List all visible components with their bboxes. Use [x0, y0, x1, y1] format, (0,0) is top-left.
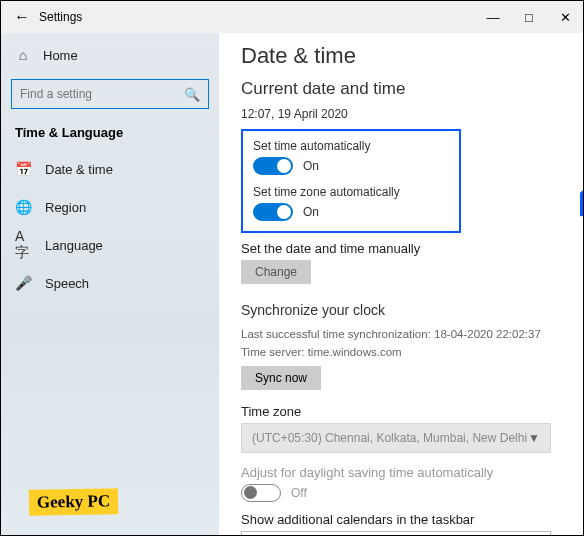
- search-input[interactable]: [20, 87, 184, 101]
- sync-server: Time server: time.windows.com: [241, 344, 561, 360]
- sync-title: Synchronize your clock: [241, 302, 561, 318]
- sync-last: Last successful time synchronization: 18…: [241, 326, 561, 342]
- annotation-arrow: [580, 157, 583, 217]
- calendar-clock-icon: 📅: [15, 161, 33, 177]
- sidebar-category: Time & Language: [1, 119, 219, 146]
- sidebar-item-label: Date & time: [45, 162, 113, 177]
- sync-now-button[interactable]: Sync now: [241, 366, 321, 390]
- sidebar-home-label: Home: [43, 48, 78, 63]
- auto-tz-state: On: [303, 205, 319, 219]
- close-button[interactable]: ✕: [547, 1, 583, 33]
- branding-text: Geeky PC: [29, 488, 119, 516]
- page-title: Date & time: [241, 43, 561, 69]
- auto-time-state: On: [303, 159, 319, 173]
- branding-logo: Geeky PC: [29, 489, 118, 515]
- change-button[interactable]: Change: [241, 260, 311, 284]
- dst-toggle: [241, 484, 281, 502]
- sidebar-home[interactable]: ⌂ Home: [1, 37, 219, 73]
- maximize-button[interactable]: □: [511, 1, 547, 33]
- microphone-icon: 🎤: [15, 275, 33, 291]
- sidebar-item-label: Language: [45, 238, 103, 253]
- sidebar-item-language[interactable]: A字 Language: [1, 226, 219, 264]
- sidebar-item-date-time[interactable]: 📅 Date & time: [1, 150, 219, 188]
- language-icon: A字: [15, 228, 33, 262]
- dst-state: Off: [291, 486, 307, 500]
- section-current-datetime: Current date and time: [241, 79, 561, 99]
- calendars-label: Show additional calendars in the taskbar: [241, 512, 561, 527]
- dst-label: Adjust for daylight saving time automati…: [241, 465, 561, 480]
- globe-icon: 🌐: [15, 199, 33, 215]
- sidebar-item-speech[interactable]: 🎤 Speech: [1, 264, 219, 302]
- chevron-down-icon: ▼: [528, 431, 540, 445]
- window-title: Settings: [39, 10, 475, 24]
- timezone-value: (UTC+05:30) Chennai, Kolkata, Mumbai, Ne…: [252, 431, 527, 445]
- auto-time-label: Set time automatically: [253, 139, 449, 153]
- home-icon: ⌂: [15, 47, 31, 63]
- sidebar-item-label: Region: [45, 200, 86, 215]
- timezone-select: (UTC+05:30) Chennai, Kolkata, Mumbai, Ne…: [241, 423, 551, 453]
- search-icon: 🔍: [184, 87, 200, 102]
- manual-label: Set the date and time manually: [241, 241, 561, 256]
- titlebar: ← Settings ― □ ✕: [1, 1, 583, 33]
- highlight-box: Set time automatically On Set time zone …: [241, 129, 461, 233]
- sidebar-item-region[interactable]: 🌐 Region: [1, 188, 219, 226]
- sidebar-item-label: Speech: [45, 276, 89, 291]
- auto-tz-toggle[interactable]: [253, 203, 293, 221]
- current-datetime-value: 12:07, 19 April 2020: [241, 107, 561, 121]
- sidebar: ⌂ Home 🔍 Time & Language 📅 Date & time 🌐…: [1, 33, 219, 535]
- timezone-label: Time zone: [241, 404, 561, 419]
- search-box[interactable]: 🔍: [11, 79, 209, 109]
- back-icon[interactable]: ←: [11, 8, 33, 26]
- auto-time-toggle[interactable]: [253, 157, 293, 175]
- content: Date & time Current date and time 12:07,…: [219, 33, 583, 535]
- auto-tz-label: Set time zone automatically: [253, 185, 449, 199]
- minimize-button[interactable]: ―: [475, 1, 511, 33]
- calendars-select[interactable]: Don't show additional calendars ▼: [241, 531, 551, 535]
